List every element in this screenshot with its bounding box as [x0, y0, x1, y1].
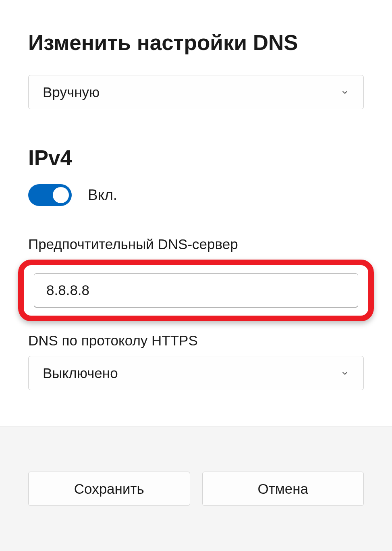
dialog-footer: Сохранить Отмена — [0, 426, 392, 551]
ipv4-toggle-label: Вкл. — [88, 187, 117, 204]
dns-mode-dropdown[interactable]: Вручную — [28, 75, 364, 109]
toggle-knob — [53, 187, 69, 203]
chevron-down-icon — [340, 369, 349, 378]
highlighted-region — [18, 260, 374, 321]
preferred-dns-input[interactable] — [34, 273, 358, 308]
ipv4-toggle[interactable] — [28, 184, 72, 206]
dns-https-dropdown[interactable]: Выключено — [28, 356, 364, 390]
chevron-down-icon — [340, 88, 349, 97]
dns-mode-selected: Вручную — [43, 84, 100, 100]
save-button[interactable]: Сохранить — [28, 472, 190, 506]
cancel-button[interactable]: Отмена — [202, 472, 364, 506]
dns-https-selected: Выключено — [43, 365, 118, 381]
dialog-title: Изменить настройки DNS — [28, 30, 364, 55]
ipv4-heading: IPv4 — [28, 146, 364, 170]
dns-https-label: DNS по протоколу HTTPS — [28, 333, 364, 349]
preferred-dns-label: Предпочтительный DNS-сервер — [28, 236, 364, 252]
